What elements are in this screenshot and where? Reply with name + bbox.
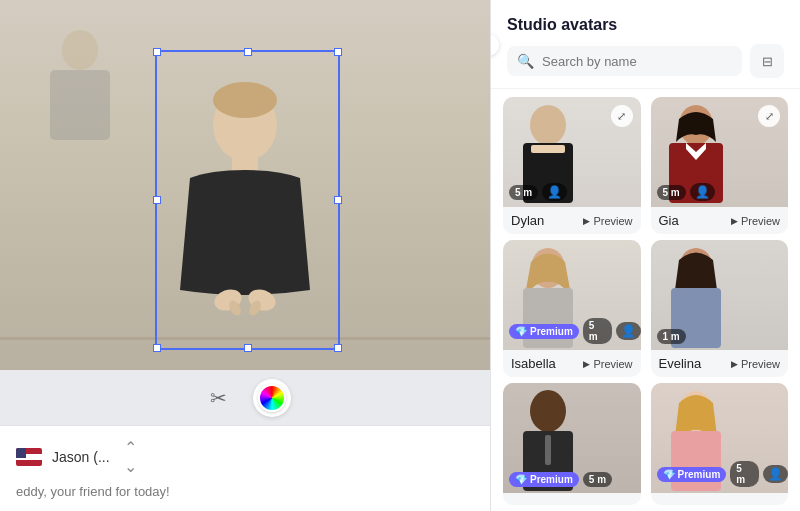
- dylan-preview-button[interactable]: ▶ Preview: [583, 215, 632, 227]
- svg-point-0: [62, 30, 98, 70]
- avatar-card-gia[interactable]: 5 m 👤 ⤢ Gia ▶ Preview: [651, 97, 789, 234]
- stepper-icon[interactable]: ⌃⌄: [124, 438, 137, 476]
- avatar-image-dylan: 5 m 👤 ⤢: [503, 97, 641, 207]
- preview-label: Preview: [593, 215, 632, 227]
- avatar-card-f1[interactable]: 💎 Premium 5 m 👤: [651, 383, 789, 505]
- preview-label: Preview: [741, 358, 780, 370]
- avatar-row-3: 💎 Premium 5 m: [503, 383, 788, 505]
- avatar-image-evelina: 1 m: [651, 240, 789, 350]
- svg-point-9: [530, 105, 566, 145]
- flag-icon: [16, 448, 42, 466]
- avatar-card-dylan[interactable]: 5 m 👤 ⤢ Dylan ▶ Preview: [503, 97, 641, 234]
- gem-icon: 💎: [515, 474, 527, 485]
- avatar-card-evelina[interactable]: 1 m Evelina ▶ Preview: [651, 240, 789, 377]
- m1-name-row: [503, 493, 641, 505]
- f1-name-row: [651, 493, 789, 505]
- handle-right-mid[interactable]: [334, 196, 342, 204]
- colorwheel-button[interactable]: [253, 379, 291, 417]
- gia-preview-button[interactable]: ▶ Preview: [731, 215, 780, 227]
- m1-badges: 💎 Premium 5 m: [509, 472, 612, 487]
- filter-icon: ⊟: [762, 54, 773, 69]
- avatar-image-m1: 💎 Premium 5 m: [503, 383, 641, 493]
- gia-duration-badge: 5 m: [657, 185, 686, 200]
- handle-left-mid[interactable]: [153, 196, 161, 204]
- avatar-selection-box[interactable]: [155, 50, 340, 350]
- m1-premium-badge: 💎 Premium: [509, 472, 579, 487]
- isabella-premium-badge: 💎 Premium: [509, 324, 579, 339]
- search-box: 🔍: [507, 46, 742, 76]
- script-preview: eddy, your friend for today!: [16, 484, 474, 499]
- isabella-name-row: Isabella ▶ Preview: [503, 350, 641, 377]
- scissors-button[interactable]: ✂: [199, 379, 237, 417]
- handle-bottom-left[interactable]: [153, 344, 161, 352]
- avatar-card-m1[interactable]: 💎 Premium 5 m: [503, 383, 641, 505]
- isabella-preview-button[interactable]: ▶ Preview: [583, 358, 632, 370]
- svg-rect-11: [531, 145, 565, 153]
- avatar-row-1: 5 m 👤 ⤢ Dylan ▶ Preview: [503, 97, 788, 234]
- panel-title: Studio avatars: [507, 16, 784, 34]
- play-icon: ▶: [583, 359, 590, 369]
- dylan-user-badge: 👤: [542, 183, 567, 201]
- handle-top-right[interactable]: [334, 48, 342, 56]
- dylan-badges: 5 m 👤: [509, 183, 567, 201]
- evelina-preview-button[interactable]: ▶ Preview: [731, 358, 780, 370]
- left-panel: ✂ Jason (... ⌃⌄ eddy, your friend for to…: [0, 0, 490, 511]
- svg-rect-1: [50, 70, 110, 140]
- avatar-row-2: 💎 Premium 5 m 👤 Isabella ▶ Preview: [503, 240, 788, 377]
- gem-icon: 💎: [663, 469, 675, 480]
- isabella-user-badge: 👤: [616, 322, 641, 340]
- play-icon: ▶: [731, 359, 738, 369]
- f1-badges: 💎 Premium 5 m 👤: [657, 461, 789, 487]
- gia-name-row: Gia ▶ Preview: [651, 207, 789, 234]
- gia-expand-button[interactable]: ⤢: [758, 105, 780, 127]
- dylan-duration-badge: 5 m: [509, 185, 538, 200]
- avatar-image-f1: 💎 Premium 5 m 👤: [651, 383, 789, 493]
- svg-rect-20: [545, 435, 551, 465]
- handle-bottom-right[interactable]: [334, 344, 342, 352]
- video-area: [0, 0, 490, 370]
- preview-label: Preview: [741, 215, 780, 227]
- dylan-expand-button[interactable]: ⤢: [611, 105, 633, 127]
- avatar-image-gia: 5 m 👤 ⤢: [651, 97, 789, 207]
- color-wheel-icon: [258, 384, 286, 412]
- isabella-duration-badge: 5 m: [583, 318, 612, 344]
- f1-duration-badge: 5 m: [730, 461, 759, 487]
- expand-icon: ⤢: [617, 110, 626, 123]
- svg-point-18: [530, 390, 566, 432]
- gia-user-badge: 👤: [690, 183, 715, 201]
- preview-label: Preview: [593, 358, 632, 370]
- gem-icon: 💎: [515, 326, 527, 337]
- filter-button[interactable]: ⊟: [750, 44, 784, 78]
- avatar-card-isabella[interactable]: 💎 Premium 5 m 👤 Isabella ▶ Preview: [503, 240, 641, 377]
- voice-selector-row: Jason (... ⌃⌄: [16, 438, 474, 476]
- dylan-name: Dylan: [511, 213, 544, 228]
- f1-premium-badge: 💎 Premium: [657, 467, 727, 482]
- evelina-name-row: Evelina ▶ Preview: [651, 350, 789, 377]
- evelina-name: Evelina: [659, 356, 702, 371]
- voice-name: Jason (...: [52, 449, 110, 465]
- avatar-image-isabella: 💎 Premium 5 m 👤: [503, 240, 641, 350]
- avatars-grid: 5 m 👤 ⤢ Dylan ▶ Preview: [491, 89, 800, 511]
- handle-top-left[interactable]: [153, 48, 161, 56]
- m1-duration-badge: 5 m: [583, 472, 612, 487]
- play-icon: ▶: [583, 216, 590, 226]
- search-input[interactable]: [542, 54, 732, 69]
- handle-bottom-mid[interactable]: [244, 344, 252, 352]
- evelina-badges: 1 m: [657, 329, 686, 344]
- search-row: 🔍 ⊟: [507, 44, 784, 78]
- evelina-duration-badge: 1 m: [657, 329, 686, 344]
- expand-icon: ⤢: [765, 110, 774, 123]
- panel-header: Studio avatars 🔍 ⊟: [491, 0, 800, 89]
- toolbar-row: ✂: [0, 370, 490, 425]
- handle-top-mid[interactable]: [244, 48, 252, 56]
- gia-badges: 5 m 👤: [657, 183, 715, 201]
- search-icon: 🔍: [517, 53, 534, 69]
- right-panel: › Studio avatars 🔍 ⊟: [490, 0, 800, 511]
- f1-user-badge: 👤: [763, 465, 788, 483]
- play-icon: ▶: [731, 216, 738, 226]
- bottom-bar: Jason (... ⌃⌄ eddy, your friend for toda…: [0, 425, 490, 511]
- gia-name: Gia: [659, 213, 679, 228]
- panel-header-wrapper: › Studio avatars 🔍 ⊟: [491, 0, 800, 89]
- dylan-name-row: Dylan ▶ Preview: [503, 207, 641, 234]
- isabella-name: Isabella: [511, 356, 556, 371]
